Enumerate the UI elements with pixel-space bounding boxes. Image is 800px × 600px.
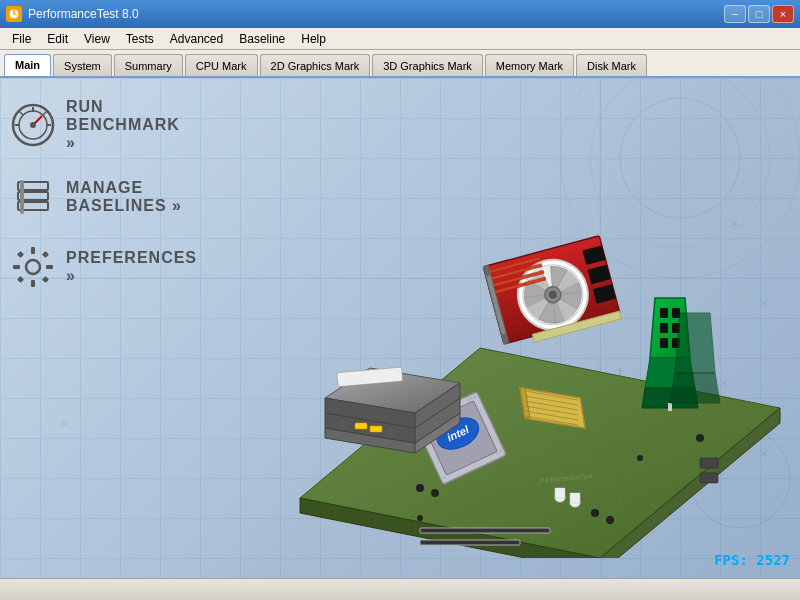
svg-point-121: [606, 516, 614, 524]
svg-rect-134: [420, 528, 550, 533]
svg-line-22: [19, 111, 23, 115]
svg-rect-29: [20, 180, 24, 214]
minimize-button[interactable]: −: [724, 5, 746, 23]
menu-tests[interactable]: Tests: [118, 30, 162, 48]
svg-point-25: [30, 122, 36, 128]
tabs-container: Main System Summary CPU Mark 2D Graphics…: [0, 50, 800, 78]
svg-rect-34: [46, 265, 53, 269]
menu-file[interactable]: File: [4, 30, 39, 48]
manage-baselines-label: MANAGE BASELINES »: [66, 179, 190, 215]
tab-disk-mark[interactable]: Disk Mark: [576, 54, 647, 76]
title-bar: PerformanceTest 8.0 − □ ×: [0, 0, 800, 28]
status-bar: [0, 578, 800, 600]
svg-point-123: [417, 515, 423, 521]
svg-rect-32: [31, 280, 35, 287]
svg-rect-70: [668, 403, 672, 411]
app-icon: [6, 6, 22, 22]
svg-rect-35: [17, 251, 24, 258]
menu-advanced[interactable]: Advanced: [162, 30, 231, 48]
main-content: × × × × × ×: [0, 78, 800, 578]
tab-system[interactable]: System: [53, 54, 112, 76]
svg-rect-126: [555, 488, 565, 498]
menu-edit[interactable]: Edit: [39, 30, 76, 48]
tab-main[interactable]: Main: [4, 54, 51, 76]
tab-memory-mark[interactable]: Memory Mark: [485, 54, 574, 76]
svg-rect-66: [660, 323, 668, 333]
fps-counter: FPS: 2527: [714, 552, 790, 568]
files-icon: [10, 172, 56, 222]
preferences-item[interactable]: PREFERENCES »: [10, 242, 190, 292]
svg-rect-68: [660, 338, 668, 348]
svg-point-120: [591, 509, 599, 517]
tab-2d-graphics-mark[interactable]: 2D Graphics Mark: [260, 54, 371, 76]
menu-help[interactable]: Help: [293, 30, 334, 48]
svg-point-30: [26, 260, 40, 274]
svg-rect-38: [42, 276, 49, 283]
svg-rect-133: [700, 473, 718, 483]
gear-icon: [10, 242, 56, 292]
svg-rect-135: [420, 540, 520, 545]
menu-view[interactable]: View: [76, 30, 118, 48]
svg-text:×: ×: [60, 415, 68, 431]
speedometer-icon: [10, 100, 56, 150]
svg-marker-71: [675, 313, 715, 373]
svg-point-124: [637, 455, 643, 461]
svg-rect-131: [370, 426, 382, 432]
svg-marker-72: [670, 373, 720, 403]
manage-baselines-item[interactable]: MANAGE BASELINES »: [10, 172, 190, 222]
tab-summary[interactable]: Summary: [114, 54, 183, 76]
svg-rect-65: [672, 308, 680, 318]
svg-rect-130: [355, 423, 367, 429]
svg-rect-37: [17, 276, 24, 283]
tab-3d-graphics-mark[interactable]: 3D Graphics Mark: [372, 54, 483, 76]
run-benchmark-item[interactable]: RUN BENCHMARK »: [10, 98, 190, 152]
window-controls: − □ ×: [724, 5, 794, 23]
run-benchmark-label: RUN BENCHMARK »: [66, 98, 190, 152]
svg-rect-128: [570, 493, 580, 503]
svg-point-122: [696, 434, 704, 442]
menu-bar: File Edit View Tests Advanced Baseline H…: [0, 28, 800, 50]
svg-point-118: [416, 484, 424, 492]
menu-baseline[interactable]: Baseline: [231, 30, 293, 48]
svg-point-119: [431, 489, 439, 497]
svg-rect-31: [31, 247, 35, 254]
svg-rect-64: [660, 308, 668, 318]
svg-rect-33: [13, 265, 20, 269]
close-button[interactable]: ×: [772, 5, 794, 23]
svg-line-23: [43, 111, 47, 115]
tab-cpu-mark[interactable]: CPU Mark: [185, 54, 258, 76]
window-title: PerformanceTest 8.0: [28, 7, 724, 21]
svg-rect-132: [700, 458, 718, 468]
maximize-button[interactable]: □: [748, 5, 770, 23]
preferences-label: PREFERENCES »: [66, 249, 197, 285]
sidebar: RUN BENCHMARK » MANAGE BASELINES »: [0, 78, 200, 332]
motherboard-scene: intel: [220, 128, 790, 558]
svg-rect-36: [42, 251, 49, 258]
